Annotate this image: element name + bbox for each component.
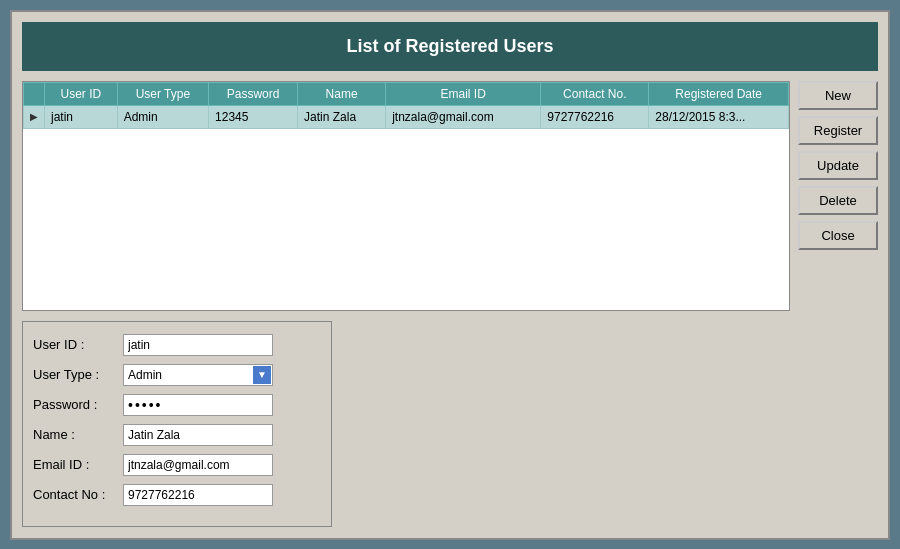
form-row-password: Password : xyxy=(33,394,321,416)
col-user-id: User ID xyxy=(45,82,118,105)
label-contact: Contact No : xyxy=(33,487,123,502)
col-name: Name xyxy=(298,82,386,105)
users-table: User ID User Type Password Name Email ID… xyxy=(23,82,789,129)
cell-name: Jatin Zala xyxy=(298,105,386,128)
col-user-type: User Type xyxy=(117,82,208,105)
col-email: Email ID xyxy=(386,82,541,105)
col-password: Password xyxy=(209,82,298,105)
select-user-type[interactable]: Admin User xyxy=(123,364,273,386)
label-name: Name : xyxy=(33,427,123,442)
input-contact[interactable] xyxy=(123,484,273,506)
col-contact: Contact No. xyxy=(541,82,649,105)
label-user-id: User ID : xyxy=(33,337,123,352)
users-table-container: User ID User Type Password Name Email ID… xyxy=(22,81,790,311)
label-user-type: User Type : xyxy=(33,367,123,382)
update-button[interactable]: Update xyxy=(798,151,878,180)
form-row-contact: Contact No : xyxy=(33,484,321,506)
input-user-id[interactable] xyxy=(123,334,273,356)
delete-button[interactable]: Delete xyxy=(798,186,878,215)
label-email: Email ID : xyxy=(33,457,123,472)
new-button[interactable]: New xyxy=(798,81,878,110)
user-type-select-wrapper: Admin User ▼ xyxy=(123,364,273,386)
register-button[interactable]: Register xyxy=(798,116,878,145)
form-row-usertype: User Type : Admin User ▼ xyxy=(33,364,321,386)
label-password: Password : xyxy=(33,397,123,412)
cell-user-id: jatin xyxy=(45,105,118,128)
col-reg-date: Registered Date xyxy=(649,82,789,105)
close-button[interactable]: Close xyxy=(798,221,878,250)
cell-contact: 9727762216 xyxy=(541,105,649,128)
input-email[interactable] xyxy=(123,454,273,476)
page-title: List of Registered Users xyxy=(22,22,878,71)
form-row-email: Email ID : xyxy=(33,454,321,476)
action-buttons: New Register Update Delete Close xyxy=(798,81,878,527)
row-indicator: ▶ xyxy=(24,105,45,128)
cell-user-type: Admin xyxy=(117,105,208,128)
cell-reg-date: 28/12/2015 8:3... xyxy=(649,105,789,128)
user-form: User ID : User Type : Admin User ▼ Passw… xyxy=(22,321,332,527)
col-indicator xyxy=(24,82,45,105)
input-password[interactable] xyxy=(123,394,273,416)
main-window: List of Registered Users User ID User Ty… xyxy=(10,10,890,540)
input-name[interactable] xyxy=(123,424,273,446)
form-row-name: Name : xyxy=(33,424,321,446)
cell-password: 12345 xyxy=(209,105,298,128)
form-row-userid: User ID : xyxy=(33,334,321,356)
table-row[interactable]: ▶ jatin Admin 12345 Jatin Zala jtnzala@g… xyxy=(24,105,789,128)
cell-email: jtnzala@gmail.com xyxy=(386,105,541,128)
